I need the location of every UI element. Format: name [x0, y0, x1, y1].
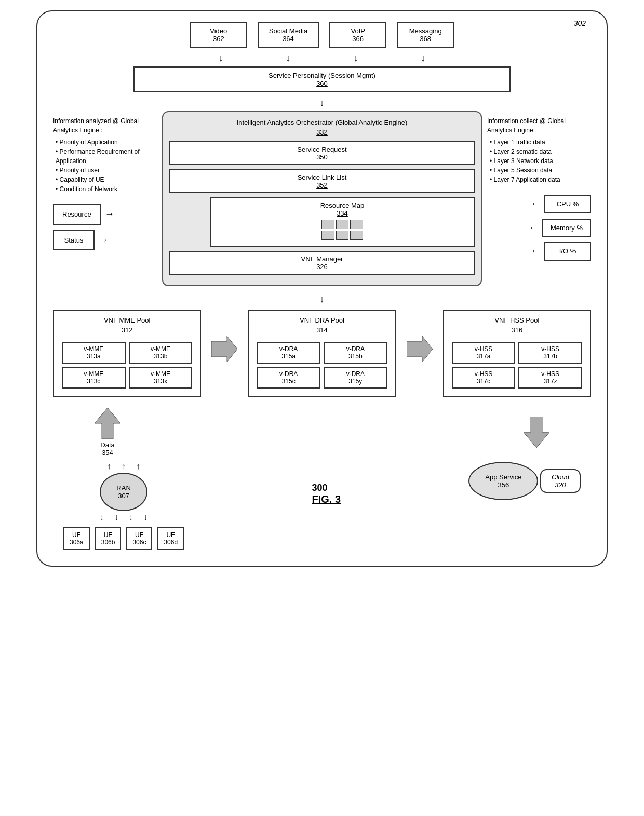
service-request-box: Service Request 350 [169, 141, 475, 165]
app-service-name: App Service [485, 473, 521, 481]
svg-marker-1 [407, 336, 433, 362]
iao-num: 332 [169, 128, 475, 136]
dra-title: VNF DRA Pool [254, 316, 390, 324]
ue-0: UE 306a [63, 527, 90, 550]
vdra-2: v-DRA 315c [257, 367, 320, 389]
arrow-sp-iao: ↓ [53, 98, 591, 109]
vnfm-name: VNF Manager [176, 255, 468, 263]
social-media-num: 364 [269, 35, 307, 43]
resource-map-row: Resource Map 334 [169, 197, 475, 247]
vnf-dra-pool: VNF DRA Pool 314 v-DRA 315a v-DRA 315b v… [248, 310, 396, 397]
status-label: Status [64, 236, 84, 244]
data-down-arrow-svg [524, 417, 549, 448]
ran-arrow-1: ↑ [107, 462, 111, 471]
cloud-box: Cloud 320 [540, 469, 581, 493]
ran-arrow-up-row: ↑ ↑ ↑ [63, 462, 184, 471]
right-ann-item-3: Layer 5 Session data [490, 166, 591, 175]
left-ann-item-2: Priority of user [56, 166, 157, 175]
vnf-manager-box: VNF Manager 326 [169, 251, 475, 275]
left-ann-item-0: Priority of Application [56, 138, 157, 147]
rm-cell-5 [350, 231, 363, 240]
ran-num: 307 [116, 492, 130, 500]
svg-marker-3 [524, 417, 549, 448]
right-ann-item-2: Layer 3 Network data [490, 156, 591, 166]
io-row: ← I/O % [531, 242, 591, 261]
right-ann-item-4: Layer 7 Application data [490, 175, 591, 184]
status-arrow: → [99, 233, 108, 247]
voip-num: 366 [341, 35, 375, 43]
vmme-1: v-MME 313b [129, 342, 193, 364]
mme-num: 312 [59, 326, 195, 334]
sp-name: Service Personality (Session Mgmt) [139, 72, 505, 79]
left-ann-title: Information analyzed @ Global Analytics … [53, 116, 157, 135]
messaging-num: 368 [408, 35, 442, 43]
fig-number: 300 [312, 483, 341, 493]
ue-arrow-3: ↓ [129, 513, 133, 522]
cloud-label: Cloud [552, 473, 569, 481]
vnf-mme-pool: VNF MME Pool 312 v-MME 313a v-MME 313b v… [53, 310, 201, 397]
memory-box: Memory % [542, 219, 591, 237]
dra-grid: v-DRA 315a v-DRA 315b v-DRA 315c v-DRA 3… [254, 339, 390, 391]
resource-map-grid [321, 220, 363, 240]
voip-box: VoIP 366 [329, 22, 386, 48]
vdra-0: v-DRA 315a [257, 342, 320, 364]
arrow-social-down: ↓ [260, 53, 317, 64]
voip-label: VoIP [341, 27, 375, 35]
hss-num: 316 [449, 326, 585, 334]
ue-1: UE 306b [95, 527, 122, 550]
mme-grid: v-MME 313a v-MME 313b v-MME 313c v-MME 3… [59, 339, 195, 391]
right-ann-list: Layer 1 traffic data Layer 2 sematic dat… [487, 138, 591, 184]
resource-row: Resource → [53, 204, 114, 225]
right-ann-item-0: Layer 1 traffic data [490, 138, 591, 147]
resource-map-box: Resource Map 334 [210, 197, 475, 247]
rm-cell-0 [321, 220, 334, 229]
io-label: I/O % [559, 247, 576, 255]
rm-cell-4 [336, 231, 349, 240]
vhss-3: v-HSS 317z [518, 367, 582, 389]
app-service-ellipse: App Service 356 [468, 462, 538, 500]
ue-boxes-row: UE 306a UE 306b UE 306c UE 306d [63, 527, 184, 550]
svg-marker-2 [95, 408, 120, 439]
left-ann-item-4: Condition of Network [56, 184, 157, 194]
ue-arrow-4: ↓ [143, 513, 147, 522]
arrow-dra-hss [404, 336, 435, 362]
status-box: Status [53, 230, 95, 251]
cpu-box: CPU % [544, 195, 591, 213]
top-services-row: Video 362 Social Media 364 VoIP 366 Mess… [53, 22, 591, 48]
left-ann-item-1: Performance Requirement of Application [56, 147, 157, 166]
rm-num: 334 [216, 209, 468, 217]
vdra-1: v-DRA 315b [324, 342, 387, 364]
arrow-voip-down: ↓ [327, 53, 384, 64]
memory-row: ← Memory % [529, 219, 591, 237]
cpu-row: ← CPU % [531, 195, 591, 213]
messaging-box: Messaging 368 [397, 22, 454, 48]
vhss-2: v-HSS 317c [452, 367, 516, 389]
memory-label: Memory % [551, 224, 583, 232]
rm-cell-2 [350, 220, 363, 229]
rm-cell-3 [321, 231, 334, 240]
arrow-video-down: ↓ [192, 53, 249, 64]
app-service-num: 356 [485, 481, 521, 489]
arrow-messaging-down: ↓ [395, 53, 452, 64]
memory-left-arrow: ← [529, 221, 538, 235]
resource-label: Resource [62, 210, 91, 218]
outer-label: 302 [574, 19, 586, 28]
iao-box: Intelligent Analytics Orchestrator (Glob… [162, 111, 482, 286]
video-box: Video 362 [190, 22, 247, 48]
arrow-iao-vnf: ↓ [53, 294, 591, 305]
right-ann-title: Information collect @ Global Analytics E… [487, 116, 591, 135]
sr-name: Service Request [176, 145, 468, 153]
data-up-arrow-svg [95, 408, 120, 439]
social-media-label: Social Media [269, 27, 307, 35]
bottom-section: ↑ ↑ ↑ RAN 307 ↓ ↓ ↓ ↓ [53, 462, 591, 550]
vmme-3: v-MME 313x [129, 367, 193, 389]
video-label: Video [202, 27, 236, 35]
iao-title: Intelligent Analytics Orchestrator (Glob… [169, 118, 475, 126]
outer-box: 302 Video 362 Social Media 364 VoIP 366 … [36, 10, 608, 567]
vhss-1: v-HSS 317b [518, 342, 582, 364]
ue-3: UE 306d [157, 527, 184, 550]
app-service-section: App Service 356 Cloud 320 [468, 462, 581, 500]
data-up-section: Data 354 [95, 408, 120, 457]
cpu-label: CPU % [557, 200, 579, 208]
data-label: Data 354 [100, 441, 114, 457]
